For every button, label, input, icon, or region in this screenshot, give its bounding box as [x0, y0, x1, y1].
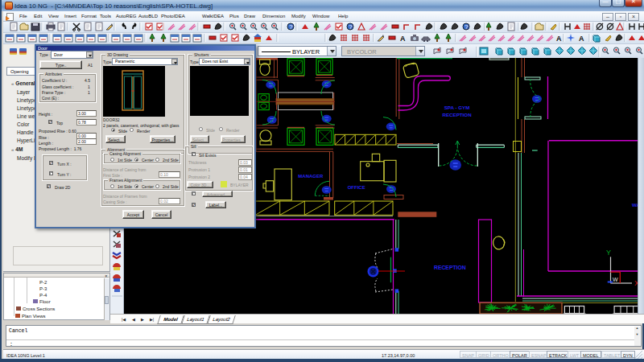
svg-text:SPA - GYM: SPA - GYM — [444, 105, 470, 110]
svg-text:?: ? — [349, 23, 353, 31]
svg-text:?: ? — [289, 23, 293, 31]
svg-text:?: ? — [464, 23, 469, 31]
svg-text:Y: Y — [606, 249, 611, 257]
svg-text:A: A — [556, 35, 562, 43]
svg-text:OFFICE: OFFICE — [348, 185, 365, 190]
svg-text:WA: WA — [632, 202, 638, 208]
svg-text:RECEPTION: RECEPTION — [443, 112, 473, 117]
svg-text:W: W — [613, 277, 618, 282]
svg-text:A: A — [579, 35, 584, 43]
svg-text:RECEPTION: RECEPTION — [434, 265, 466, 270]
svg-text:A: A — [400, 35, 406, 43]
svg-text:MANAGER: MANAGER — [298, 174, 324, 179]
